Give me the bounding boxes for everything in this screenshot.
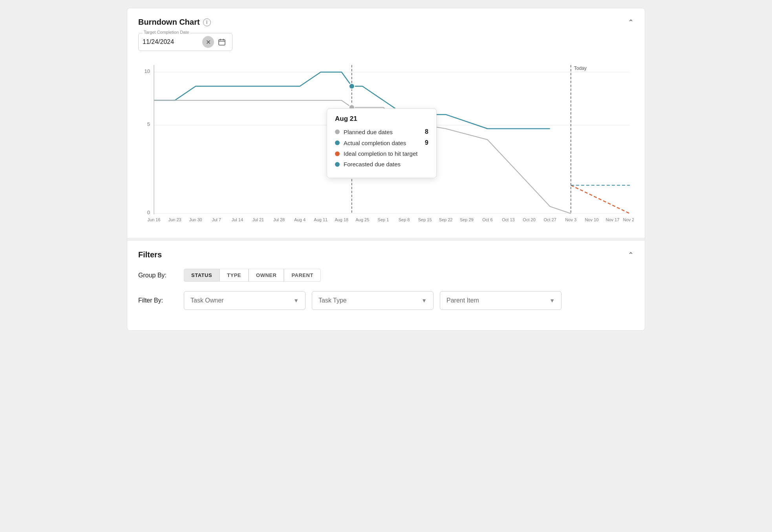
main-container: Burndown Chart i ⌃ Target Completion Dat… (127, 8, 645, 331)
svg-text:Jun 30: Jun 30 (189, 217, 202, 222)
svg-text:Nov 3: Nov 3 (565, 217, 576, 222)
group-tab-parent[interactable]: PARENT (284, 269, 320, 282)
svg-text:Aug 18: Aug 18 (335, 217, 348, 222)
calendar-icon (218, 38, 226, 46)
burndown-title: Burndown Chart (138, 18, 200, 27)
tooltip-value-planned: 8 (425, 128, 428, 135)
svg-text:Sep 15: Sep 15 (418, 217, 432, 222)
svg-text:10: 10 (145, 68, 150, 74)
svg-line-35 (571, 185, 630, 213)
parent-item-dropdown[interactable]: Parent Item ▼ (440, 291, 562, 310)
svg-text:Aug 4: Aug 4 (294, 217, 306, 222)
burndown-section: Burndown Chart i ⌃ Target Completion Dat… (127, 8, 645, 241)
filters-section: Filters ⌃ Group By: STATUS TYPE OWNER PA… (127, 241, 645, 330)
svg-text:5: 5 (147, 121, 150, 127)
task-type-label: Task Type (318, 297, 347, 304)
svg-text:Sep 22: Sep 22 (439, 217, 453, 222)
svg-text:Oct 13: Oct 13 (502, 217, 514, 222)
tooltip-row-planned: Planned due dates 8 (335, 128, 428, 135)
parent-item-arrow: ▼ (549, 297, 555, 304)
tooltip-label-forecasted: Forecasted due dates (344, 161, 424, 168)
tooltip-dot-planned (335, 129, 340, 134)
svg-text:Jun 23: Jun 23 (168, 217, 181, 222)
parent-item-label: Parent Item (446, 297, 479, 304)
chart-area[interactable]: 10 5 0 Jun 16 Jun 23 Jun 30 Jul 7 Jul 14… (138, 57, 634, 230)
filters-title: Filters (138, 250, 162, 259)
burndown-title-group: Burndown Chart i (138, 18, 211, 27)
svg-text:Nov 10: Nov 10 (585, 217, 598, 222)
svg-text:Sep 29: Sep 29 (460, 217, 474, 222)
date-clear-button[interactable]: ✕ (202, 36, 214, 48)
task-owner-label: Task Owner (190, 297, 223, 304)
filter-by-label: Filter By: (138, 297, 177, 304)
tooltip-value-actual: 9 (425, 139, 428, 146)
svg-text:0: 0 (147, 210, 150, 215)
task-owner-dropdown[interactable]: Task Owner ▼ (184, 291, 306, 310)
tooltip-label-planned: Planned due dates (344, 129, 421, 135)
filter-by-row: Filter By: Task Owner ▼ Task Type ▼ Pare… (138, 291, 634, 310)
burndown-header: Burndown Chart i ⌃ (138, 18, 634, 27)
group-by-row: Group By: STATUS TYPE OWNER PARENT (138, 269, 634, 282)
svg-text:Jul 21: Jul 21 (252, 217, 264, 222)
tooltip-row-ideal: Ideal completion to hit target (335, 150, 428, 157)
tooltip-dot-actual (335, 140, 340, 145)
chart-tooltip: Aug 21 Planned due dates 8 Actual comple… (327, 108, 437, 178)
tooltip-dot-forecasted (335, 162, 340, 167)
date-calendar-button[interactable] (216, 36, 228, 48)
filter-by-dropdowns: Task Owner ▼ Task Type ▼ Parent Item ▼ (184, 291, 562, 310)
svg-text:Aug 11: Aug 11 (314, 217, 327, 222)
filters-collapse-button[interactable]: ⌃ (628, 251, 634, 259)
group-by-tabs: STATUS TYPE OWNER PARENT (184, 269, 321, 282)
tooltip-row-forecasted: Forecasted due dates (335, 161, 428, 168)
svg-text:Sep 1: Sep 1 (378, 217, 389, 222)
date-input-wrapper: Target Completion Date 11/24/2024 ✕ (138, 33, 232, 51)
svg-text:Jul 7: Jul 7 (212, 217, 221, 222)
svg-text:Nov 24: Nov 24 (623, 217, 634, 222)
tooltip-label-actual: Actual completion dates (344, 140, 421, 146)
tooltip-dot-ideal (335, 151, 340, 156)
info-icon[interactable]: i (203, 18, 211, 26)
svg-text:Sep 8: Sep 8 (399, 217, 410, 222)
tooltip-row-actual: Actual completion dates 9 (335, 139, 428, 146)
svg-text:Jul 14: Jul 14 (232, 217, 243, 222)
task-owner-arrow: ▼ (293, 297, 299, 304)
date-input-label: Target Completion Date (143, 30, 190, 35)
svg-text:Today: Today (574, 66, 587, 71)
svg-text:Jul 28: Jul 28 (273, 217, 285, 222)
tooltip-label-ideal: Ideal completion to hit target (344, 150, 424, 157)
burndown-collapse-button[interactable]: ⌃ (628, 18, 634, 27)
filters-header: Filters ⌃ (138, 250, 634, 259)
group-tab-owner[interactable]: OWNER (249, 269, 284, 282)
group-tab-status[interactable]: STATUS (184, 269, 220, 282)
svg-text:Oct 20: Oct 20 (523, 217, 535, 222)
svg-text:Jun 16: Jun 16 (148, 217, 161, 222)
group-by-label: Group By: (138, 272, 177, 279)
svg-text:Oct 27: Oct 27 (543, 217, 556, 222)
date-input-value: 11/24/2024 (143, 38, 199, 46)
svg-point-40 (349, 84, 355, 89)
group-tab-type[interactable]: TYPE (220, 269, 249, 282)
task-type-dropdown[interactable]: Task Type ▼ (312, 291, 434, 310)
svg-rect-0 (219, 40, 225, 45)
svg-text:Aug 25: Aug 25 (355, 217, 369, 222)
svg-text:Nov 17: Nov 17 (606, 217, 619, 222)
svg-text:Oct 6: Oct 6 (482, 217, 492, 222)
tooltip-date: Aug 21 (335, 115, 428, 123)
task-type-arrow: ▼ (421, 297, 427, 304)
